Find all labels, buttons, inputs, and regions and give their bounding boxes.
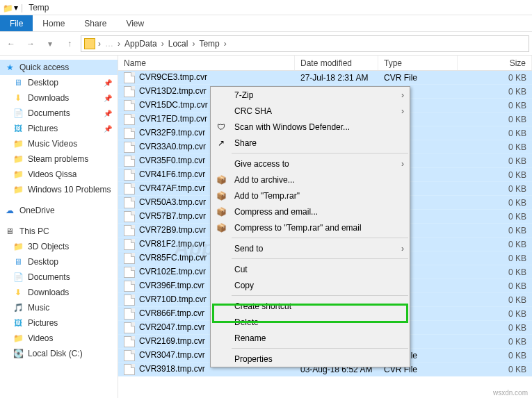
file-size: 0 KB [458,351,532,360]
nav-item[interactable]: 📁Videos [0,331,118,346]
file-icon [124,253,135,264]
nav-item[interactable]: ⬇Downloads📌 [0,90,118,106]
nav-recent[interactable]: ▾ [42,35,58,52]
file-size: 0 KB [458,73,532,83]
file-icon [124,114,135,125]
ctx-compress-email[interactable]: 📦Compress and email... [211,204,410,219]
nav-item[interactable]: 🖥Desktop📌 [0,75,118,90]
file-size: 0 KB [458,142,532,152]
ctx-rename[interactable]: Rename [211,330,410,346]
column-headers[interactable]: Name Date modified Type Size [118,56,532,71]
tab-share[interactable]: Share [74,15,116,31]
nav-item[interactable]: 📁Videos Qissa [0,167,118,182]
chevron-icon[interactable]: › [97,39,102,49]
col-name[interactable]: Name [118,56,295,70]
chevron-icon[interactable]: › [160,39,166,49]
nav-item[interactable]: 📄Documents📌 [0,106,118,121]
ctx-7zip[interactable]: 7-Zip› [211,87,410,103]
separator [232,348,408,349]
col-date[interactable]: Date modified [295,56,378,70]
ctx-copy[interactable]: Copy [211,277,410,293]
nav-icon: 📁 [13,241,24,252]
nav-icon: 🖥 [13,256,24,267]
nav-item[interactable]: 📁3D Objects [0,239,118,254]
cloud-icon: ☁ [4,205,15,216]
crumb-temp[interactable]: Temp [198,39,220,49]
nav-item[interactable]: 🎵Music [0,300,118,315]
file-icon [124,322,135,333]
nav-item[interactable]: ⬇Downloads [0,285,118,300]
crumb-hidden[interactable]: … [104,39,115,49]
nav-icon: 📁 [13,169,24,180]
file-icon [124,128,135,139]
file-icon [124,281,135,292]
nav-label: Videos [28,333,53,343]
nav-back[interactable]: ← [3,35,19,52]
nav-fwd[interactable]: → [22,35,39,52]
ctx-cut[interactable]: Cut [211,261,410,277]
ctx-create-shortcut[interactable]: Create shortcut [211,298,410,314]
nav-label: Desktop [28,78,58,88]
file-icon [124,169,135,181]
nav-item[interactable]: 📄Documents [0,270,118,285]
chevron-right-icon: › [401,159,404,169]
file-row[interactable]: CVR9CE3.tmp.cvr27-Jul-18 2:31 AMCVR File… [118,71,532,85]
ctx-add-temp-rar[interactable]: 📦Add to "Temp.rar" [211,188,410,204]
file-size: 0 KB [458,240,532,249]
nav-item[interactable]: 🖼Pictures📌 [0,121,118,136]
crumb-appdata[interactable]: AppData [123,39,159,49]
nav-item[interactable]: 📁Windows 10 Problems [0,182,118,197]
file-size: 0 KB [458,184,532,194]
file-icon [124,295,135,306]
tab-view[interactable]: View [116,15,154,31]
nav-pane: ★ Quick access 🖥Desktop📌⬇Downloads📌📄Docu… [0,56,118,398]
nav-icon: ⬇ [13,287,24,298]
nav-item[interactable]: 📁Music Videos [0,136,118,151]
ctx-send-to[interactable]: Send to› [211,240,410,256]
nav-onedrive[interactable]: ☁ OneDrive [0,203,118,218]
chevron-right-icon: › [401,90,404,100]
ctx-delete[interactable]: Delete [211,314,410,330]
qa-down-icon[interactable]: ▾ [14,3,18,13]
nav-item[interactable]: 🖼Pictures [0,315,118,331]
file-size: 0 KB [458,267,532,277]
archive-icon: 📦 [213,175,229,185]
shield-icon: 🛡 [213,122,229,132]
nav-this-pc[interactable]: 🖥 This PC [0,224,118,239]
nav-label: Documents [28,272,70,282]
nav-icon: 🖼 [13,123,24,134]
file-icon [124,183,135,194]
file-size: 0 KB [458,101,532,110]
chevron-icon[interactable]: › [223,39,228,49]
ctx-defender[interactable]: 🛡Scan with Windows Defender... [211,119,410,135]
col-type[interactable]: Type [378,56,458,70]
nav-item[interactable]: 📁Steam problems [0,151,118,167]
crumb-local[interactable]: Local [167,39,190,49]
breadcrumb[interactable]: › … › AppData › Local › Temp › [81,35,529,52]
chevron-icon[interactable]: › [191,39,196,49]
file-size: 0 KB [458,115,532,124]
nav-item[interactable]: 🖥Desktop [0,254,118,270]
chevron-right-icon: › [401,244,404,254]
nav-item[interactable]: 💽Local Disk (C:) [0,346,118,361]
file-icon [124,267,135,278]
tab-home[interactable]: Home [33,15,74,31]
ctx-compress-temp-email[interactable]: 📦Compress to "Temp.rar" and email [211,219,410,235]
ctx-give-access[interactable]: Give access to› [211,156,410,172]
share-icon: ↗ [213,138,229,148]
nav-up[interactable]: ↑ [61,35,78,52]
col-size[interactable]: Size [458,56,532,70]
nav-icon: 📁 [13,184,24,195]
ctx-crcsha[interactable]: CRC SHA› [211,103,410,119]
nav-icon: 📁 [13,138,24,149]
separator [232,295,408,296]
archive-icon: 📦 [213,223,229,233]
tab-file[interactable]: File [0,15,33,31]
ctx-properties[interactable]: Properties [211,351,410,367]
nav-quick-access[interactable]: ★ Quick access [0,60,118,75]
file-icon [124,197,135,208]
chevron-icon[interactable]: › [116,39,122,49]
ctx-share[interactable]: ↗Share [211,135,410,151]
ctx-add-archive[interactable]: 📦Add to archive... [211,172,410,188]
nav-label: Windows 10 Problems [28,185,111,194]
